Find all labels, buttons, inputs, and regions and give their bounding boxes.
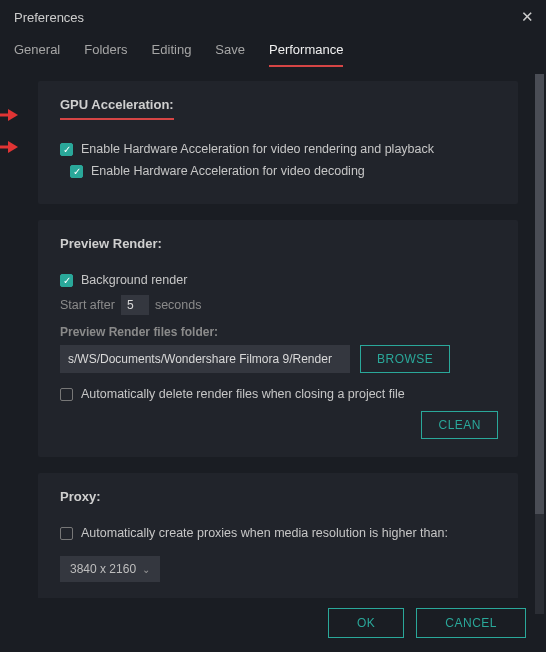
row-hw-rendering: ✓ Enable Hardware Acceleration for video… — [60, 142, 500, 156]
row-bg-render: ✓ Background render — [60, 273, 500, 287]
tab-folders[interactable]: Folders — [84, 42, 127, 67]
label-hw-decoding: Enable Hardware Acceleration for video d… — [91, 164, 365, 178]
label-start-after-post: seconds — [155, 298, 202, 312]
preferences-dialog: Preferences ✕ General Folders Editing Sa… — [0, 0, 546, 652]
section-gpu: GPU Acceleration: ✓ Enable Hardware Acce… — [38, 81, 518, 204]
row-hw-decoding: ✓ Enable Hardware Acceleration for video… — [60, 164, 500, 178]
input-render-folder[interactable] — [60, 345, 350, 373]
label-start-after-pre: Start after — [60, 298, 115, 312]
content-area: GPU Acceleration: ✓ Enable Hardware Acce… — [0, 67, 546, 598]
row-auto-delete: Automatically delete render files when c… — [60, 387, 500, 401]
ok-button[interactable]: OK — [328, 608, 404, 638]
tab-general[interactable]: General — [14, 42, 60, 67]
checkbox-hw-rendering[interactable]: ✓ — [60, 143, 73, 156]
annotation-arrow-icon — [0, 107, 18, 119]
section-preview-render: Preview Render: ✓ Background render Star… — [38, 220, 518, 457]
section-proxy: Proxy: Automatically create proxies when… — [38, 473, 518, 598]
svg-marker-1 — [8, 109, 18, 121]
clean-button[interactable]: CLEAN — [421, 411, 498, 439]
preview-section-title: Preview Render: — [60, 236, 162, 251]
tab-editing[interactable]: Editing — [152, 42, 192, 67]
checkbox-auto-delete[interactable] — [60, 388, 73, 401]
tab-save[interactable]: Save — [215, 42, 245, 67]
dropdown-proxy-value: 3840 x 2160 — [70, 562, 136, 576]
tab-performance[interactable]: Performance — [269, 42, 343, 67]
proxy-section-title: Proxy: — [60, 489, 100, 504]
label-hw-rendering: Enable Hardware Acceleration for video r… — [81, 142, 434, 156]
cancel-button[interactable]: CANCEL — [416, 608, 526, 638]
row-render-folder: BROWSE — [60, 345, 500, 373]
checkbox-bg-render[interactable]: ✓ — [60, 274, 73, 287]
dropdown-proxy-resolution[interactable]: 3840 x 2160 ⌄ — [60, 556, 160, 582]
checkbox-hw-decoding[interactable]: ✓ — [70, 165, 83, 178]
close-icon[interactable]: ✕ — [521, 8, 534, 26]
scrollbar-thumb[interactable] — [535, 74, 544, 514]
titlebar: Preferences ✕ — [0, 0, 546, 32]
input-start-after[interactable] — [121, 295, 149, 315]
svg-marker-3 — [8, 141, 18, 153]
dialog-title: Preferences — [14, 10, 84, 25]
dialog-footer: OK CANCEL — [0, 598, 546, 652]
gpu-section-title: GPU Acceleration: — [60, 97, 174, 120]
browse-render-button[interactable]: BROWSE — [360, 345, 450, 373]
label-auto-delete: Automatically delete render files when c… — [81, 387, 405, 401]
annotation-arrow-icon — [0, 139, 18, 151]
row-auto-proxy: Automatically create proxies when media … — [60, 526, 500, 540]
row-start-after: Start after seconds — [60, 295, 500, 315]
label-render-folder: Preview Render files folder: — [60, 325, 500, 339]
tabs: General Folders Editing Save Performance — [0, 32, 546, 67]
chevron-down-icon: ⌄ — [142, 564, 150, 575]
checkbox-auto-proxy[interactable] — [60, 527, 73, 540]
row-clean: CLEAN — [60, 411, 500, 439]
label-bg-render: Background render — [81, 273, 187, 287]
label-auto-proxy: Automatically create proxies when media … — [81, 526, 448, 540]
